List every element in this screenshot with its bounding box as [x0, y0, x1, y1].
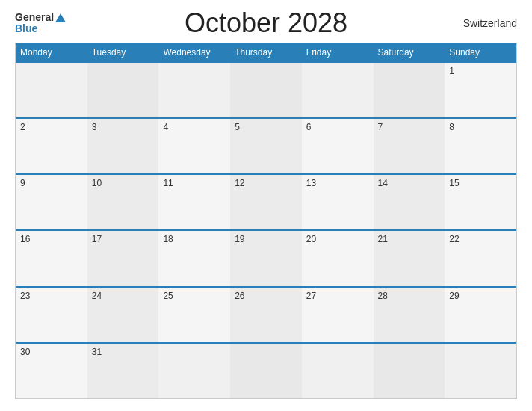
day-cell	[302, 63, 374, 117]
day-cell: 19	[230, 231, 302, 285]
day-number: 28	[378, 291, 388, 301]
week-row-3: 9101112131415	[16, 173, 516, 229]
day-cell: 17	[87, 231, 159, 285]
day-number: 2	[20, 122, 25, 132]
logo-blue-text: Blue	[15, 23, 37, 34]
header: General Blue October 2028 Switzerland	[15, 12, 517, 35]
day-cell: 12	[230, 175, 302, 229]
day-cell	[158, 63, 230, 117]
day-header-thursday: Thursday	[230, 43, 302, 61]
day-cell: 18	[158, 231, 230, 285]
day-cell: 31	[87, 344, 159, 398]
day-header-friday: Friday	[302, 43, 374, 61]
day-number: 20	[306, 234, 316, 244]
day-number: 18	[163, 234, 173, 244]
day-cell: 23	[16, 288, 87, 342]
day-number: 19	[235, 234, 244, 244]
week-row-6: 3031	[16, 342, 516, 398]
day-cell	[445, 344, 516, 398]
day-cell: 20	[302, 231, 374, 285]
logo-triangle-icon	[55, 13, 66, 22]
day-number: 13	[306, 178, 316, 188]
week-row-2: 2345678	[16, 117, 516, 173]
day-number: 24	[92, 291, 102, 301]
day-number: 14	[378, 178, 388, 188]
logo-general-text: General	[15, 12, 54, 23]
day-cell: 14	[374, 175, 445, 229]
day-number: 16	[20, 234, 30, 244]
day-cell: 4	[158, 119, 230, 173]
day-number: 5	[235, 122, 240, 132]
day-cell: 1	[445, 63, 516, 117]
day-cell: 11	[158, 175, 230, 229]
day-number: 11	[163, 178, 173, 188]
day-number: 9	[20, 178, 25, 188]
day-cell	[230, 344, 302, 398]
country-label: Switzerland	[463, 17, 517, 29]
day-number: 29	[449, 291, 459, 301]
day-header-monday: Monday	[16, 43, 87, 61]
day-number: 1	[449, 66, 454, 76]
day-cell	[230, 63, 302, 117]
day-cell: 21	[374, 231, 445, 285]
day-cell	[374, 63, 445, 117]
day-cell: 5	[230, 119, 302, 173]
day-number: 27	[306, 291, 316, 301]
day-number: 6	[306, 122, 312, 132]
day-cell: 3	[87, 119, 159, 173]
day-cell: 24	[87, 288, 159, 342]
day-number: 22	[449, 234, 459, 244]
calendar-title: October 2028	[185, 7, 347, 39]
day-cell: 15	[445, 175, 516, 229]
day-cell: 7	[374, 119, 445, 173]
day-cell: 26	[230, 288, 302, 342]
day-cell	[158, 344, 230, 398]
day-number: 3	[92, 122, 97, 132]
day-cell: 9	[16, 175, 87, 229]
day-number: 17	[92, 234, 102, 244]
day-header-sunday: Sunday	[445, 43, 516, 61]
day-number: 12	[235, 178, 244, 188]
day-cell: 28	[374, 288, 445, 342]
day-number: 21	[378, 234, 388, 244]
day-cell	[16, 63, 87, 117]
day-cell: 13	[302, 175, 374, 229]
day-header-tuesday: Tuesday	[87, 43, 159, 61]
week-row-5: 23242526272829	[16, 286, 516, 342]
day-number: 8	[449, 122, 454, 132]
day-headers: MondayTuesdayWednesdayThursdayFridaySatu…	[16, 43, 516, 61]
day-cell: 8	[445, 119, 516, 173]
day-cell	[374, 344, 445, 398]
day-number: 31	[92, 347, 102, 357]
day-cell: 30	[16, 344, 87, 398]
day-cell: 2	[16, 119, 87, 173]
day-header-saturday: Saturday	[374, 43, 445, 61]
calendar-container: General Blue October 2028 Switzerland Mo…	[0, 0, 532, 411]
day-number: 30	[20, 347, 30, 357]
day-number: 23	[20, 291, 30, 301]
weeks: 1234567891011121314151617181920212223242…	[16, 61, 516, 398]
day-cell: 16	[16, 231, 87, 285]
day-number: 25	[163, 291, 173, 301]
week-row-1: 1	[16, 61, 516, 117]
day-number: 10	[92, 178, 102, 188]
logo: General Blue	[15, 12, 66, 35]
day-number: 4	[163, 122, 168, 132]
day-cell	[302, 344, 374, 398]
day-number: 7	[378, 122, 383, 132]
day-number: 15	[449, 178, 459, 188]
day-cell: 10	[87, 175, 159, 229]
day-cell: 6	[302, 119, 374, 173]
day-cell: 25	[158, 288, 230, 342]
day-cell: 22	[445, 231, 516, 285]
day-header-wednesday: Wednesday	[158, 43, 230, 61]
calendar-grid: MondayTuesdayWednesdayThursdayFridaySatu…	[15, 43, 517, 399]
day-number: 26	[235, 291, 244, 301]
week-row-4: 16171819202122	[16, 229, 516, 285]
day-cell: 27	[302, 288, 374, 342]
day-cell	[87, 63, 159, 117]
day-cell: 29	[445, 288, 516, 342]
